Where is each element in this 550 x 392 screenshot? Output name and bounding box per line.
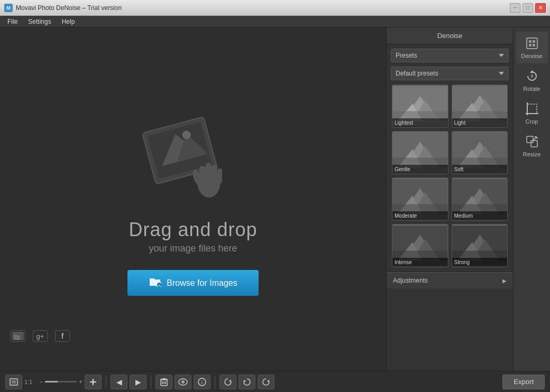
drop-icon [135,102,251,208]
separator-3 [215,376,215,388]
svg-rect-59 [529,44,531,46]
denoise-tool-button[interactable]: Denoise [516,32,548,63]
crop-tool-label: Crop [526,118,538,125]
denoise-panel-header: Denoise [387,27,513,44]
info-button[interactable]: i [194,375,210,389]
denoise-tool-label: Denoise [521,53,542,59]
close-button[interactable]: ✕ [535,3,546,13]
social-bar: You Tube g+ f [11,330,70,342]
prev-button[interactable]: ◀ [111,375,127,389]
rotate-tool-button[interactable]: Rotate [516,64,548,96]
presets-section: Presets Default presets [387,44,513,272]
undo-button[interactable] [239,375,255,389]
zoom-in-icon[interactable]: + [79,378,82,386]
svg-rect-66 [527,136,533,143]
crop-icon [525,101,539,116]
resize-icon [525,134,539,149]
svg-marker-85 [267,380,269,382]
svg-text:+: + [158,283,161,287]
preset-label-strong: Strong [452,258,508,267]
presets-grid: Lightest Light [391,85,509,267]
svg-rect-9 [217,169,222,183]
export-button[interactable]: Export [502,375,545,389]
svg-rect-71 [12,380,16,384]
preset-strong[interactable]: Strong [452,224,508,267]
adjustments-arrow-icon: ▶ [502,278,507,284]
preset-gentle[interactable]: Gentle [392,131,448,174]
preset-lightest[interactable]: Lightest [392,85,448,128]
default-presets-dropdown[interactable]: Default presets [391,67,509,80]
facebook-icon[interactable]: f [55,330,70,342]
presets-dropdown[interactable]: Presets [391,49,509,62]
title-bar: M Movavi Photo DeNoise – Trial version ─… [0,0,550,16]
canvas-area: Drag and drop your image files here + Br… [0,27,386,371]
next-button[interactable]: ▶ [130,375,146,389]
denoise-icon [525,36,539,51]
prev-icon: ◀ [116,378,122,386]
fit-button[interactable] [5,375,22,389]
right-bottom-btns [219,375,274,389]
window-title: Movavi Photo DeNoise – Trial version [16,4,510,12]
preset-label-gentle: Gentle [392,165,448,174]
reset-view-button[interactable] [219,375,236,389]
crop-tool-button[interactable]: Crop [516,97,548,129]
preset-label-medium: Medium [452,211,508,220]
zoom-controls: 1:1 − + [24,378,82,386]
youtube-icon[interactable]: You Tube [11,330,25,342]
drag-drop-title: Drag and drop [129,219,257,241]
svg-rect-62 [531,74,533,78]
window-controls: ─ □ ✕ [510,3,546,13]
delete-button[interactable] [155,375,172,389]
svg-text:i: i [201,380,203,385]
svg-rect-63 [527,104,537,114]
tool-panel: Denoise Rotate Crop [513,27,550,371]
separator-1 [106,376,106,388]
rotate-tool-label: Rotate [523,86,540,92]
preset-intense[interactable]: Intense [392,224,448,267]
preset-medium[interactable]: Medium [452,178,508,221]
next-icon: ▶ [135,378,141,386]
preset-soft[interactable]: Soft [452,131,508,174]
folder-icon: + [149,276,161,290]
redo-button[interactable] [258,375,274,389]
denoise-panel: Denoise Presets Default presets [386,27,513,371]
separator-2 [151,376,151,388]
drop-zone[interactable]: Drag and drop your image files here + Br… [127,102,258,296]
svg-rect-8 [212,165,217,183]
preset-label-light: Light [452,118,508,127]
preset-label-intense: Intense [392,258,448,267]
svg-rect-60 [533,44,535,46]
main-layout: Drag and drop your image files here + Br… [0,27,550,371]
svg-rect-57 [529,40,531,43]
bottom-toolbar: 1:1 − + ◀ ▶ i Export [0,371,550,392]
adjustments-header[interactable]: Adjustments ▶ [387,272,513,288]
menu-bar: File Settings Help [0,16,550,27]
resize-tool-button[interactable]: Resize [516,130,548,162]
rotate-icon [525,69,539,83]
svg-rect-67 [531,141,537,147]
zoom-slider[interactable] [45,381,77,382]
adjustments-label: Adjustments [393,277,428,284]
svg-point-80 [181,380,185,384]
pan-button[interactable] [85,375,102,389]
svg-marker-83 [229,380,231,382]
preset-moderate[interactable]: Moderate [392,178,448,221]
minimize-button[interactable]: ─ [510,3,520,13]
adjustments-section: Adjustments ▶ [387,272,513,288]
svg-rect-75 [162,378,166,379]
maximize-button[interactable]: □ [522,3,533,13]
menu-file[interactable]: File [2,17,23,26]
preview-button[interactable] [175,375,191,389]
menu-help[interactable]: Help [57,17,80,26]
resize-tool-label: Resize [523,151,541,157]
svg-marker-84 [244,380,246,382]
svg-point-72 [91,380,95,384]
browse-for-images-button[interactable]: + Browse for Images [127,270,258,296]
preset-light[interactable]: Light [452,85,508,128]
menu-settings[interactable]: Settings [23,17,56,26]
zoom-out-icon[interactable]: − [39,378,43,386]
app-icon: M [4,4,13,12]
svg-text:Tube: Tube [14,337,20,340]
googleplus-icon[interactable]: g+ [33,330,48,342]
preset-label-lightest: Lightest [392,118,448,127]
